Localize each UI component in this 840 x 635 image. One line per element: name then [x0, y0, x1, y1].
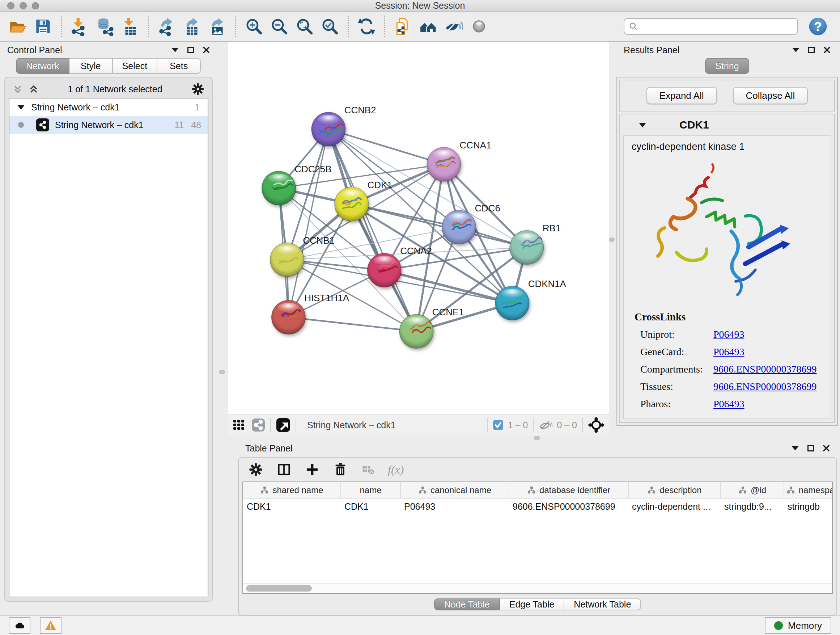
panel-float-icon[interactable]: [807, 445, 814, 451]
network-row-selected[interactable]: String Network – cdk1 11 48: [9, 116, 208, 134]
zoom-fit-button[interactable]: [294, 15, 315, 38]
birdseye-view-icon[interactable]: [276, 418, 291, 432]
network-collection-row[interactable]: String Network – cdk1 1: [9, 98, 208, 116]
open-session-button[interactable]: [7, 15, 28, 38]
import-table-button[interactable]: [120, 15, 141, 38]
tab-network[interactable]: Network: [16, 58, 69, 74]
table-row[interactable]: CDK1CDK1P064939606.ENSP00000378699cyclin…: [243, 498, 833, 515]
import-network-database-button[interactable]: [95, 15, 115, 38]
network-edge[interactable]: [288, 317, 416, 331]
hide-glass-button[interactable]: [443, 15, 464, 38]
go-home-button[interactable]: [418, 15, 439, 38]
table-cell[interactable]: P06493: [401, 498, 509, 515]
table-settings-gear-icon[interactable]: [248, 462, 264, 477]
scrollbar-thumb[interactable]: [246, 585, 312, 592]
table-cell[interactable]: stringdb:9...: [721, 498, 784, 515]
panel-menu-icon[interactable]: [791, 446, 799, 454]
column-header--id[interactable]: @id: [721, 482, 784, 498]
delete-column-icon[interactable]: [333, 462, 348, 477]
network-node-RB1[interactable]: [510, 230, 544, 264]
collapse-all-button[interactable]: Collapse All: [733, 87, 808, 104]
tab-select[interactable]: Select: [113, 58, 157, 74]
maximize-window-button[interactable]: [32, 2, 39, 10]
panel-close-icon[interactable]: [823, 445, 830, 452]
center-view-icon[interactable]: [588, 417, 605, 433]
table-cell[interactable]: CDK1: [243, 498, 341, 515]
export-network-button[interactable]: [156, 15, 177, 38]
network-node-CCNE1[interactable]: [399, 314, 433, 348]
results-panel-splitter[interactable]: [609, 42, 614, 435]
panel-close-icon[interactable]: [202, 46, 210, 54]
crosslink-value-link[interactable]: 9606.ENSP00000378699: [714, 381, 816, 393]
zoom-in-button[interactable]: [243, 15, 264, 38]
crosslink-value-link[interactable]: P06493: [714, 329, 745, 340]
panel-menu-icon[interactable]: [172, 48, 179, 56]
apply-layout-button[interactable]: [356, 15, 377, 38]
hidden-eye-icon[interactable]: [538, 419, 553, 431]
gene-entry-header[interactable]: CDK1: [620, 114, 834, 135]
tab-style[interactable]: Style: [69, 58, 113, 74]
export-table-button[interactable]: [182, 15, 202, 38]
network-edge[interactable]: [328, 129, 444, 165]
expand-all-icon[interactable]: [28, 84, 39, 95]
entry-collapse-icon[interactable]: [639, 123, 646, 131]
warnings-button[interactable]: [40, 617, 62, 634]
grid-view-icon[interactable]: [233, 418, 246, 432]
show-glass-button[interactable]: [469, 15, 489, 38]
network-node-CDK1[interactable]: [335, 187, 369, 221]
table-cell[interactable]: CDK1: [341, 498, 401, 515]
tab-edge-table[interactable]: Edge Table: [500, 599, 565, 610]
selected-checkbox-icon[interactable]: [493, 420, 504, 431]
import-network-file-button[interactable]: [69, 15, 90, 38]
network-node-HIST1H1A[interactable]: [272, 300, 306, 334]
network-node-CDC25B[interactable]: [262, 171, 296, 205]
table-cell[interactable]: cyclin-dependent ...: [628, 498, 721, 515]
help-button[interactable]: ?: [807, 16, 829, 37]
splitter-handle[interactable]: [609, 238, 615, 242]
add-column-icon[interactable]: [305, 462, 320, 477]
network-edge[interactable]: [352, 204, 527, 248]
network-node-CDC6[interactable]: [442, 211, 476, 244]
network-edge[interactable]: [288, 129, 328, 317]
show-columns-icon[interactable]: [276, 462, 292, 477]
save-session-button[interactable]: [33, 15, 54, 38]
panel-float-icon[interactable]: [808, 47, 815, 53]
splitter-handle[interactable]: [219, 370, 225, 374]
network-graph[interactable]: CCNB2CCNA1CDC25BCDK1CDC6RB1CCNB1CCNA2CDK…: [228, 42, 609, 415]
column-header-namespac[interactable]: namespac: [784, 482, 833, 498]
close-window-button[interactable]: [7, 2, 14, 10]
zoom-selected-button[interactable]: [319, 15, 340, 38]
table-horizontal-scrollbar[interactable]: [243, 583, 832, 593]
network-node-CCNB1[interactable]: [270, 242, 304, 277]
expand-all-button[interactable]: Expand All: [646, 87, 717, 104]
network-node-CDKN1A[interactable]: [495, 286, 529, 320]
cloud-status-button[interactable]: [9, 617, 30, 634]
splitter-handle[interactable]: [534, 436, 540, 440]
network-canvas[interactable]: CCNB2CCNA1CDC25BCDK1CDC6RB1CCNB1CCNA2CDK…: [228, 42, 609, 415]
table-cell[interactable]: stringdb: [784, 498, 833, 515]
panel-menu-icon[interactable]: [792, 48, 799, 56]
table-panel-splitter[interactable]: [228, 435, 840, 441]
control-panel-splitter[interactable]: [217, 42, 228, 616]
memory-button[interactable]: Memory: [765, 617, 831, 634]
network-node-CCNA1[interactable]: [427, 147, 461, 181]
tab-string[interactable]: String: [705, 58, 749, 74]
collapse-all-icon[interactable]: [12, 84, 23, 95]
column-header-name[interactable]: name: [341, 482, 401, 498]
panel-float-icon[interactable]: [187, 47, 194, 53]
crosslink-value-link[interactable]: P06493: [714, 398, 745, 410]
crosslink-value-link[interactable]: 9606.ENSP00000378699: [714, 363, 816, 375]
network-node-CCNB2[interactable]: [311, 112, 346, 146]
gear-icon[interactable]: [191, 82, 205, 96]
network-node-CCNA2[interactable]: [368, 253, 401, 287]
tab-node-table[interactable]: Node Table: [434, 599, 500, 610]
table-cell[interactable]: 9606.ENSP00000378699: [509, 498, 628, 515]
export-image-button[interactable]: [207, 15, 228, 38]
panel-close-icon[interactable]: [823, 46, 831, 54]
column-header-description[interactable]: description: [628, 482, 721, 498]
search-input[interactable]: [641, 21, 793, 32]
clone-network-button[interactable]: [393, 15, 414, 38]
share-view-icon[interactable]: [251, 418, 265, 432]
minimize-window-button[interactable]: [19, 2, 27, 10]
tab-sets[interactable]: Sets: [157, 58, 201, 74]
